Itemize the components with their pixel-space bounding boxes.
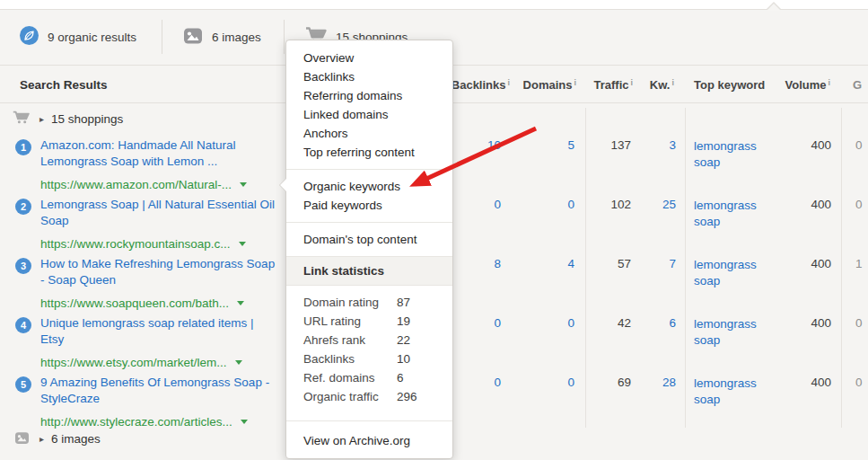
images-toggle-label: 6 images (51, 432, 101, 446)
result-url-link[interactable]: https://www.soapqueen.com/bath... (40, 296, 229, 310)
organic-leaf-icon (20, 26, 39, 48)
cell-kw[interactable]: 25 (622, 198, 676, 211)
images-group-toggle[interactable]: ▸ 6 images (39, 432, 101, 446)
link-statistic-row: Domain rating 87 (286, 293, 452, 312)
column-header-g: G (853, 78, 862, 92)
cell-domains[interactable]: 0 (521, 316, 574, 330)
menu-divider (286, 169, 452, 170)
tab-organic-label: 9 organic results (48, 31, 136, 44)
link-statistic-row: Backlinks 10 (286, 349, 452, 368)
menu-item[interactable]: Top referring content (286, 143, 452, 162)
cell-volume: 400 (777, 376, 831, 389)
cell-g: 0 (855, 198, 863, 211)
result-url-row: https://www.rockymountainsoap.c... (40, 237, 246, 251)
menu-content-section: Domain's top content (286, 230, 452, 249)
stat-label: Backlinks (303, 349, 397, 368)
cell-domains[interactable]: 0 (521, 376, 574, 389)
cell-backlinks[interactable]: 8 (447, 257, 501, 270)
stat-value: 10 (397, 349, 410, 368)
tab-images[interactable]: 6 images (183, 24, 261, 49)
caret-down-icon[interactable] (235, 360, 242, 365)
caret-down-icon[interactable] (239, 242, 246, 246)
cell-g: 1 (855, 257, 863, 270)
cell-g: 0 (855, 138, 863, 152)
cell-domains[interactable]: 4 (521, 257, 574, 270)
cell-top-keyword[interactable]: lemongrass soap (694, 138, 771, 171)
result-url-row: https://www.amazon.com/Natural-... (40, 178, 247, 191)
link-statistic-row: URL rating 19 (286, 312, 452, 331)
cell-backlinks[interactable]: 0 (447, 376, 501, 389)
column-header-volume: Volumei (750, 78, 830, 92)
cell-top-keyword[interactable]: lemongrass soap (694, 257, 771, 289)
stat-label: URL rating (303, 312, 397, 331)
result-title-link[interactable]: Amazon.com: Handmade All Natural Lemongr… (40, 137, 279, 170)
cell-backlinks[interactable]: 10 (447, 138, 501, 152)
link-statistics-list: Domain rating 87 URL rating 19 Ahrefs ra… (286, 286, 452, 413)
caret-down-icon[interactable] (241, 420, 248, 424)
cell-volume: 400 (777, 138, 831, 152)
menu-item[interactable]: Paid keywords (286, 196, 452, 215)
link-statistic-row: Ahrefs rank 22 (286, 331, 452, 349)
images-icon (183, 27, 203, 48)
stat-label: Domain rating (303, 293, 397, 312)
topbar-separator (162, 20, 162, 54)
cell-kw[interactable]: 6 (622, 316, 676, 330)
caret-down-icon[interactable] (240, 182, 247, 187)
stat-value: 22 (397, 331, 410, 349)
stat-value: 296 (397, 387, 417, 406)
shoppings-group-toggle[interactable]: ▸ 15 shoppings (39, 112, 123, 126)
result-url-row: http://www.stylecraze.com/articles... (40, 415, 248, 429)
result-url-link[interactable]: https://www.rockymountainsoap.c... (40, 237, 231, 251)
result-title-link[interactable]: 9 Amazing Benefits Of Lemongrass Soap - … (40, 375, 279, 407)
cell-kw[interactable]: 7 (622, 257, 676, 270)
info-icon: i (828, 78, 830, 87)
cell-top-keyword[interactable]: lemongrass soap (694, 316, 771, 349)
stat-value: 6 (397, 368, 404, 387)
cell-volume: 400 (777, 316, 831, 330)
menu-main-section: OverviewBacklinksReferring domainsLinked… (286, 49, 452, 162)
result-url-link[interactable]: https://www.etsy.com/market/lem... (40, 356, 227, 369)
link-statistic-row: Ref. domains 6 (286, 368, 452, 387)
cell-domains[interactable]: 0 (521, 198, 574, 211)
stat-label: Organic traffic (303, 387, 397, 406)
result-title-link[interactable]: Lemongrass Soap | All Natural Essential … (40, 197, 279, 229)
result-rank-badge: 2 (15, 199, 31, 215)
tab-organic-results[interactable]: 9 organic results (20, 24, 136, 49)
result-rank-badge: 3 (15, 258, 31, 274)
stat-value: 19 (397, 312, 410, 331)
cell-top-keyword[interactable]: lemongrass soap (694, 198, 771, 230)
result-title-link[interactable]: Unique lemongrass soap related items | E… (40, 315, 279, 348)
link-statistic-row: Organic traffic 296 (286, 387, 452, 406)
menu-item[interactable]: Overview (286, 49, 452, 67)
cell-backlinks[interactable]: 0 (447, 316, 501, 330)
cell-volume: 400 (777, 198, 831, 211)
menu-item[interactable]: Organic keywords (286, 177, 452, 196)
column-header-kw: Kw.i (593, 78, 674, 92)
result-url-link[interactable]: https://www.amazon.com/Natural-... (40, 178, 232, 191)
cell-kw[interactable]: 28 (622, 376, 676, 389)
menu-item[interactable]: Backlinks (286, 67, 452, 86)
topbar-separator (284, 20, 285, 54)
menu-divider (286, 222, 452, 223)
stat-value: 87 (397, 293, 410, 312)
result-url-link[interactable]: http://www.stylecraze.com/articles... (40, 415, 232, 429)
menu-item[interactable]: Linked domains (286, 105, 452, 124)
cell-kw[interactable]: 3 (622, 138, 676, 152)
result-title-link[interactable]: How to Make Refreshing Lemongrass Soap -… (40, 256, 279, 288)
cell-g: 0 (855, 316, 863, 330)
cart-icon (13, 111, 30, 128)
cell-volume: 400 (777, 257, 831, 270)
menu-item[interactable]: Referring domains (286, 86, 452, 105)
caret-down-icon[interactable] (237, 301, 244, 305)
cell-top-keyword[interactable]: lemongrass soap (694, 376, 771, 408)
menu-item[interactable]: Anchors (286, 124, 452, 143)
menu-item-archive-link[interactable]: View on Archive.org (286, 429, 452, 456)
menu-divider (286, 420, 452, 421)
result-rank-badge: 4 (15, 317, 31, 333)
stat-label: Ahrefs rank (303, 331, 397, 349)
images-icon (14, 431, 30, 448)
tab-images-label: 6 images (212, 31, 261, 44)
cell-domains[interactable]: 5 (521, 138, 574, 152)
menu-item[interactable]: Domain's top content (286, 230, 452, 249)
cell-backlinks[interactable]: 0 (447, 198, 501, 211)
